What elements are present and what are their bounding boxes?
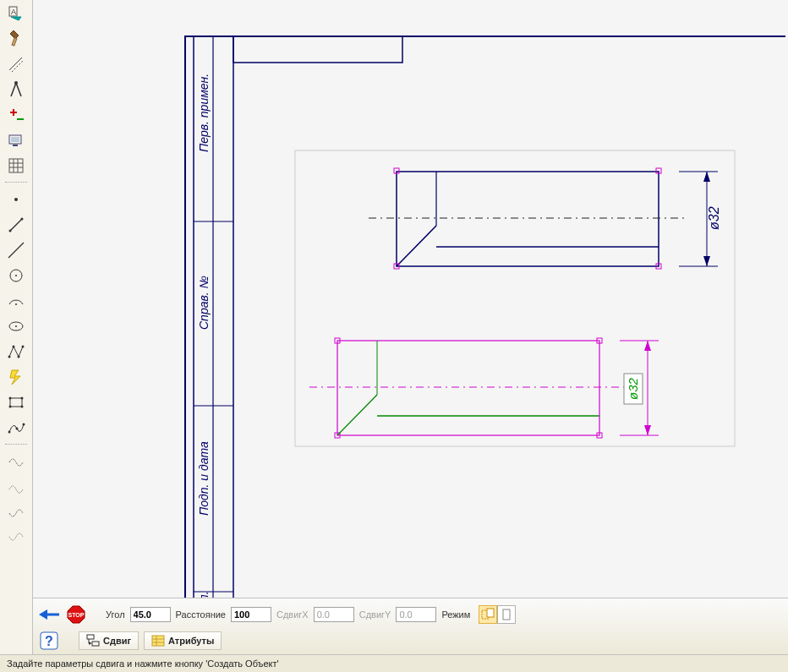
svg-point-21 <box>9 230 12 232</box>
tool-compass-icon[interactable] <box>4 78 28 101</box>
shifty-label: СдвигY <box>359 609 391 620</box>
svg-point-32 <box>22 346 25 348</box>
svg-line-20 <box>10 219 22 231</box>
tab-attrs-label: Атрибуты <box>168 636 214 646</box>
svg-marker-62 <box>703 256 710 266</box>
attributes-icon <box>151 634 165 647</box>
create-object-button[interactable] <box>38 604 60 626</box>
svg-point-34 <box>9 397 12 400</box>
svg-line-5 <box>11 83 16 96</box>
shiftx-input <box>314 607 354 622</box>
tab-shift[interactable]: Сдвиг <box>79 631 139 650</box>
svg-point-29 <box>8 356 11 358</box>
svg-rect-48 <box>295 150 735 446</box>
tool-wave-b-icon[interactable] <box>4 475 28 499</box>
svg-text:STOP: STOP <box>68 612 85 618</box>
help-button[interactable]: ? <box>38 630 60 652</box>
dim-bottom-label: ø32 <box>626 377 640 400</box>
tool-infinite-line-icon[interactable] <box>4 238 28 262</box>
tool-bezier-lightning-icon[interactable] <box>4 365 28 389</box>
tool-plus-minus-icon[interactable] <box>4 103 28 127</box>
shift-icon <box>86 634 100 647</box>
drawing-svg: Перв. примен. Справ. № Подп. и дата убл. <box>160 0 785 598</box>
svg-point-28 <box>15 325 17 327</box>
titleblock-1: Перв. примен. <box>197 74 211 152</box>
mode-label: Режим <box>441 609 470 620</box>
svg-rect-33 <box>10 398 22 407</box>
tab-attributes[interactable]: Атрибуты <box>144 631 222 650</box>
svg-rect-83 <box>487 609 494 617</box>
titleblock-4: убл. <box>197 591 211 598</box>
svg-point-19 <box>14 198 18 201</box>
svg-point-36 <box>9 406 12 408</box>
svg-rect-84 <box>503 609 510 620</box>
dim-top-label: ø32 <box>707 206 721 230</box>
tool-circle-icon[interactable] <box>4 264 28 287</box>
tool-screen-icon[interactable] <box>4 128 28 152</box>
tool-arc-icon[interactable] <box>4 289 28 313</box>
tool-point-icon[interactable] <box>4 188 28 211</box>
svg-line-50 <box>397 226 436 266</box>
tool-grid-icon[interactable] <box>4 154 28 178</box>
tool-parallel-lines-icon[interactable] <box>4 52 28 76</box>
svg-rect-87 <box>87 635 94 639</box>
svg-point-25 <box>15 275 17 276</box>
tool-wave-d-icon[interactable] <box>4 526 28 549</box>
tool-polyline-icon[interactable] <box>4 340 28 363</box>
svg-line-68 <box>337 395 377 435</box>
tool-rectangle-pts-icon[interactable] <box>4 391 28 414</box>
status-text: Задайте параметры сдвига и нажмите кнопк… <box>7 658 279 669</box>
svg-point-31 <box>18 356 20 358</box>
svg-rect-14 <box>9 159 23 172</box>
tool-hammer-icon[interactable] <box>4 27 28 51</box>
svg-marker-89 <box>89 642 91 645</box>
svg-marker-75 <box>644 341 651 351</box>
distance-label: Расстояние <box>176 609 226 620</box>
svg-rect-41 <box>185 36 785 598</box>
svg-rect-88 <box>92 642 99 646</box>
svg-point-38 <box>8 431 11 434</box>
svg-point-26 <box>15 303 17 305</box>
distance-input[interactable] <box>231 607 271 622</box>
tool-wave-a-icon[interactable] <box>4 450 28 473</box>
svg-point-40 <box>23 423 25 426</box>
tool-spline-icon[interactable] <box>4 416 28 440</box>
svg-point-30 <box>13 346 15 348</box>
tool-ellipse-icon[interactable] <box>4 314 28 338</box>
property-panel: STOP Угол Расстояние СдвигX СдвигY Режим <box>33 598 788 654</box>
svg-text:A: A <box>11 8 16 16</box>
svg-text:?: ? <box>45 634 53 648</box>
angle-input[interactable] <box>130 607 171 622</box>
svg-marker-79 <box>39 609 47 620</box>
tool-line-segment-icon[interactable] <box>4 213 28 237</box>
svg-point-37 <box>21 406 24 408</box>
mode-move-button[interactable] <box>497 605 516 624</box>
tool-wave-c-icon[interactable] <box>4 500 28 524</box>
svg-rect-2 <box>12 38 17 46</box>
svg-point-35 <box>21 397 24 400</box>
toolbar-separator <box>5 182 27 183</box>
drawing-canvas[interactable]: Перв. примен. Справ. № Подп. и дата убл. <box>33 0 788 598</box>
titleblock-3: Подп. и дата <box>197 441 211 516</box>
svg-point-22 <box>21 218 24 221</box>
stop-button[interactable]: STOP <box>65 604 87 626</box>
angle-label: Угол <box>106 609 125 620</box>
svg-rect-13 <box>13 145 18 146</box>
svg-line-23 <box>8 243 24 258</box>
shiftx-label: СдвигX <box>276 609 309 620</box>
tab-shift-label: Сдвиг <box>103 636 131 646</box>
left-toolbar: A <box>0 0 33 672</box>
svg-rect-90 <box>152 636 164 646</box>
mode-keep-original-button[interactable] <box>479 605 497 624</box>
tool-text-flag-icon[interactable]: A <box>4 2 28 25</box>
shifty-input <box>396 607 436 622</box>
svg-marker-61 <box>703 172 710 182</box>
toolbar-separator <box>5 444 27 445</box>
svg-marker-76 <box>644 425 651 435</box>
svg-line-6 <box>16 83 21 96</box>
svg-rect-12 <box>11 137 19 142</box>
svg-point-39 <box>16 428 19 430</box>
svg-point-7 <box>14 81 18 85</box>
titleblock-2: Справ. № <box>197 276 211 330</box>
svg-rect-44 <box>233 36 402 63</box>
